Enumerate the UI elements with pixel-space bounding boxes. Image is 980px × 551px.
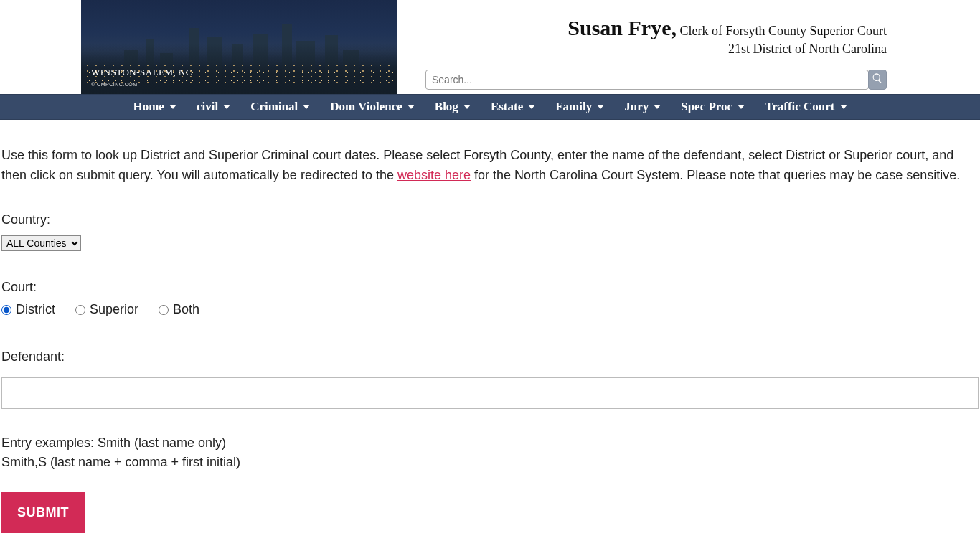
court-radio-input-superior[interactable] [75,305,85,315]
nav-item-civil[interactable]: civil [197,100,230,114]
nav-label: civil [197,100,218,114]
nav-item-family[interactable]: Family [555,100,604,114]
hero-credit: © CMPCINC.COM [91,82,138,87]
court-label: Court: [1,278,979,298]
court-radio-input-district[interactable] [1,305,11,315]
nav-item-blog[interactable]: Blog [435,100,471,114]
court-radio-label: Superior [90,300,138,320]
title-role: Clerk of Forsyth County Superior Court [677,24,887,38]
court-radio-label: Both [173,300,199,320]
hero-image: WINSTON-SALEM, NC © CMPCINC.COM [81,0,397,94]
nav-item-traffic-court[interactable]: Traffic Court [765,100,847,114]
chevron-down-icon [169,105,176,109]
page-title: Susan Frye, Clerk of Forsyth County Supe… [425,16,887,40]
court-radio-input-both[interactable] [159,305,169,315]
defendant-input[interactable] [1,377,979,409]
nav-label: Jury [624,100,649,114]
court-radio-superior[interactable]: Superior [75,300,138,320]
chevron-down-icon [738,105,745,109]
search-input[interactable] [425,70,869,90]
nav-label: Blog [435,100,458,114]
chevron-down-icon [528,105,535,109]
defendant-label: Defendant: [1,347,979,367]
nav-label: Home [133,100,164,114]
nav-label: Family [555,100,592,114]
intro-text: Use this form to look up District and Su… [1,146,979,186]
nav-label: Spec Proc [681,100,732,114]
country-select[interactable]: ALL Counties [1,235,81,251]
search-button[interactable] [868,70,887,90]
chevron-down-icon [840,105,847,109]
submit-button[interactable]: SUBMIT [1,492,85,533]
chevron-down-icon [407,105,415,109]
title-name: Susan Frye, [567,16,677,39]
nav-label: Traffic Court [765,100,834,114]
nav-item-estate[interactable]: Estate [491,100,535,114]
title-subtitle: 21st District of North Carolina [425,42,887,57]
chevron-down-icon [223,105,230,109]
court-radio-both[interactable]: Both [159,300,199,320]
chevron-down-icon [654,105,661,109]
nav-item-home[interactable]: Home [133,100,176,114]
hero-caption: WINSTON-SALEM, NC [91,67,192,78]
chevron-down-icon [303,105,310,109]
nav-item-dom-violence[interactable]: Dom Violence [330,100,415,114]
chevron-down-icon [463,105,471,109]
entry-example-1: Entry examples: Smith (last name only) [1,433,979,453]
court-radio-label: District [16,300,55,320]
country-label: Country: [1,210,979,230]
nav-label: Dom Violence [330,100,402,114]
nav-item-spec-proc[interactable]: Spec Proc [681,100,745,114]
court-radio-district[interactable]: District [1,300,55,320]
nav-item-criminal[interactable]: Criminal [250,100,310,114]
nav-label: Estate [491,100,523,114]
entry-example-2: Smith,S (last name + comma + first initi… [1,453,979,472]
intro-after: for the North Carolina Court System. Ple… [471,168,960,182]
search-icon [872,72,883,87]
nav-label: Criminal [250,100,298,114]
nav-item-jury[interactable]: Jury [624,100,661,114]
chevron-down-icon [597,105,604,109]
main-nav: HomecivilCriminalDom ViolenceBlogEstateF… [0,94,980,120]
website-link[interactable]: website here [397,168,471,182]
